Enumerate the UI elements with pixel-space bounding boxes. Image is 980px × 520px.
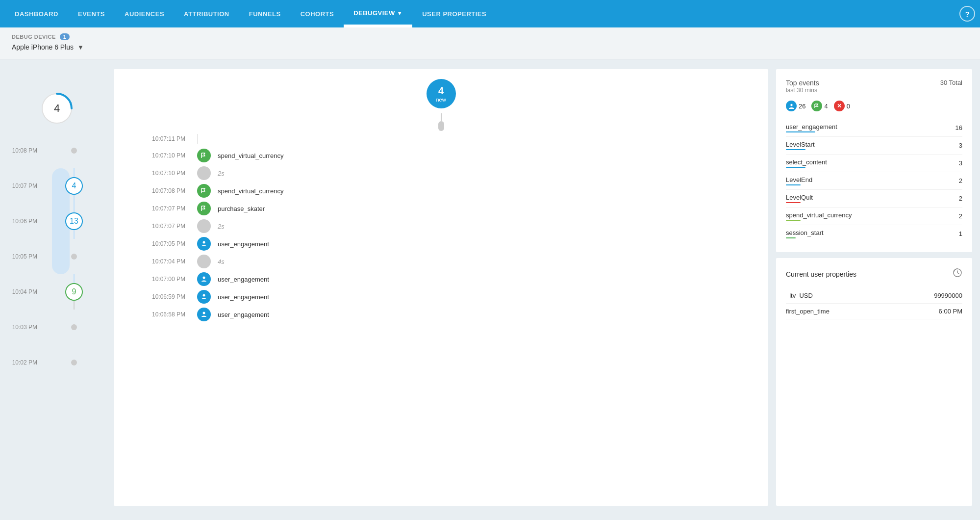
nav-user-properties[interactable]: USER PROPERTIES xyxy=(412,0,496,27)
person-icon xyxy=(201,293,207,300)
event-underline xyxy=(786,220,801,221)
prop-value: 6:00 PM xyxy=(939,308,962,315)
event-underline xyxy=(786,149,805,150)
timeline-row[interactable]: 10:06 PM 13 xyxy=(8,204,106,239)
event-underline xyxy=(786,131,815,132)
history-icon[interactable] xyxy=(953,268,962,280)
help-button[interactable]: ? xyxy=(959,6,975,22)
timeline-connector xyxy=(42,360,106,365)
event-name: user_engagement xyxy=(218,293,269,301)
event-underline xyxy=(786,184,801,185)
top-events-header: Top events last 30 mins 30 Total xyxy=(786,79,962,99)
event-list-name: select_content xyxy=(786,158,827,166)
prop-key: _ltv_USD xyxy=(786,292,813,299)
event-row[interactable]: 10:07:10 PM spend_virtual_currency xyxy=(133,147,749,164)
timeline-track: 10:08 PM 10:07 PM 4 10:06 PM xyxy=(8,133,106,380)
timeline-row: 10:02 PM xyxy=(8,345,106,380)
event-gap-row: 10:07:07 PM 2s xyxy=(133,217,749,235)
event-list-name-wrap: LevelQuit xyxy=(786,194,813,203)
top-event-item[interactable]: select_content 3 xyxy=(786,155,962,172)
timeline-connector xyxy=(42,324,106,330)
event-time: 10:07:11 PM xyxy=(133,135,197,142)
event-time: 10:07:07 PM xyxy=(133,205,197,212)
badge-count-green: 4 xyxy=(824,103,828,110)
device-name: Apple iPhone 6 Plus xyxy=(12,43,74,51)
person-icon xyxy=(201,240,207,247)
event-list-name: spend_virtual_currency xyxy=(786,211,852,219)
nav-funnels[interactable]: FUNNELS xyxy=(239,0,291,27)
event-gap-label: 2s xyxy=(218,170,225,177)
event-list-count: 2 xyxy=(959,195,962,202)
top-event-item[interactable]: spend_virtual_currency 2 xyxy=(786,208,962,225)
nav-dashboard[interactable]: DASHBOARD xyxy=(5,0,68,27)
event-time: 10:07:10 PM xyxy=(133,170,197,177)
badge-count-blue: 26 xyxy=(799,103,805,110)
nav-audiences[interactable]: AUDIENCES xyxy=(115,0,174,27)
top-event-item[interactable]: LevelEnd 2 xyxy=(786,172,962,190)
timeline-time-label: 10:03 PM xyxy=(8,324,42,331)
event-icon-blue xyxy=(197,272,211,286)
event-row: 10:07:11 PM xyxy=(133,131,749,147)
nav-attribution[interactable]: ATTRIBUTION xyxy=(174,0,239,27)
event-gap-row: 10:07:04 PM 4s xyxy=(133,253,749,270)
top-event-item[interactable]: user_engagement 16 xyxy=(786,119,962,137)
timeline-connector xyxy=(42,148,106,154)
event-name: spend_virtual_currency xyxy=(218,152,283,159)
svg-point-1 xyxy=(203,241,205,244)
badge-icon-green xyxy=(811,101,822,111)
timeline-sidebar: 4 10:08 PM 10:07 PM 4 xyxy=(8,69,106,506)
badge-red: ✕ 0 xyxy=(834,101,850,111)
prop-key: first_open_time xyxy=(786,308,829,315)
event-time: 10:06:59 PM xyxy=(133,293,197,300)
event-name: user_engagement xyxy=(218,240,269,248)
top-events-panel: Top events last 30 mins 30 Total 26 xyxy=(776,69,972,252)
event-row[interactable]: 10:06:59 PM user_engagement xyxy=(133,288,749,306)
top-event-item[interactable]: LevelStart 3 xyxy=(786,137,962,155)
main-content: 4 10:08 PM 10:07 PM 4 xyxy=(0,59,980,516)
event-icon-blue xyxy=(197,237,211,251)
timeline-time-label: 10:07 PM xyxy=(8,182,42,189)
timeline-row[interactable]: 10:07 PM 4 xyxy=(8,168,106,204)
top-event-item[interactable]: session_start 1 xyxy=(786,225,962,242)
nav-events[interactable]: EVENTS xyxy=(68,0,115,27)
user-props-panel: Current user properties _ltv_USD 9999000… xyxy=(776,258,972,506)
flag-icon xyxy=(201,152,207,159)
timeline-time-label: 10:05 PM xyxy=(8,253,42,260)
event-name: spend_virtual_currency xyxy=(218,187,283,195)
device-selector[interactable]: Apple iPhone 6 Plus ▼ xyxy=(12,43,968,51)
nav-cohorts[interactable]: COHORTS xyxy=(291,0,344,27)
user-props-title: Current user properties xyxy=(786,270,856,278)
flag-icon-small xyxy=(814,103,820,109)
flag-icon xyxy=(201,205,207,212)
events-lozenge xyxy=(438,121,444,131)
top-events-sub: last 30 mins xyxy=(786,87,819,94)
event-row[interactable]: 10:07:07 PM purchase_skater xyxy=(133,200,749,217)
top-navigation: DASHBOARD EVENTS AUDIENCES ATTRIBUTION F… xyxy=(0,0,980,27)
prop-row: first_open_time 6:00 PM xyxy=(786,304,962,319)
event-list-name-wrap: select_content xyxy=(786,158,827,168)
event-time: 10:07:08 PM xyxy=(133,187,197,194)
timeline-connector xyxy=(42,254,106,260)
event-list-count: 16 xyxy=(955,124,962,131)
event-row[interactable]: 10:07:08 PM spend_virtual_currency xyxy=(133,182,749,200)
timeline-row: 10:03 PM xyxy=(8,310,106,345)
event-underline xyxy=(786,237,796,238)
user-props-header: Current user properties xyxy=(786,268,962,280)
event-row[interactable]: 10:07:00 PM user_engagement xyxy=(133,270,749,288)
debugview-dropdown-arrow: ▼ xyxy=(397,10,402,16)
events-panel-inner: 4 new 10:07:11 PM 10:07:10 PM xyxy=(114,79,768,323)
timeline-time-label: 10:04 PM xyxy=(8,288,42,295)
person-icon xyxy=(201,276,207,283)
event-gap-row: 10:07:10 PM 2s xyxy=(133,164,749,182)
event-icon-blue xyxy=(197,308,211,321)
event-list-name: session_start xyxy=(786,229,824,236)
event-time: 10:07:07 PM xyxy=(133,223,197,230)
top-event-item[interactable]: LevelQuit 2 xyxy=(786,190,962,208)
event-row[interactable]: 10:07:05 PM user_engagement xyxy=(133,235,749,253)
event-name: user_engagement xyxy=(218,276,269,283)
svg-point-2 xyxy=(203,277,205,279)
event-row[interactable]: 10:06:58 PM user_engagement xyxy=(133,306,749,323)
timeline-row[interactable]: 10:04 PM 9 xyxy=(8,274,106,310)
event-list-name: LevelStart xyxy=(786,141,815,148)
nav-debugview[interactable]: DEBUGVIEW ▼ xyxy=(344,0,412,27)
